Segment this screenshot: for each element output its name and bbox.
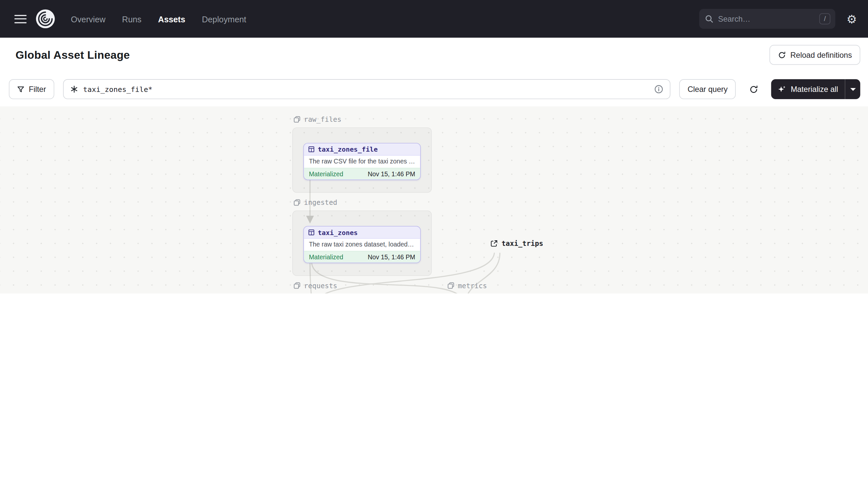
filter-button[interactable]: Filter (9, 79, 54, 99)
asset-status-bar: Materialized Nov 15, 1:46 PM (304, 251, 420, 262)
lineage-toolbar: Filter Clear query Materialize all (0, 72, 868, 106)
graph-query-icon (71, 85, 78, 93)
refresh-button[interactable] (745, 79, 762, 99)
search-icon (705, 14, 713, 23)
nav-item-assets[interactable]: Assets (158, 14, 185, 24)
app-window: Overview Runs Assets Deployment / ⚙ Glob… (0, 0, 868, 293)
top-navbar: Overview Runs Assets Deployment / ⚙ (0, 0, 868, 38)
external-link-icon (491, 240, 498, 247)
layers-icon (293, 282, 300, 289)
status-badge: Materialized (309, 171, 343, 177)
nav-item-deployment[interactable]: Deployment (202, 14, 246, 24)
clear-query-label: Clear query (688, 85, 728, 93)
reload-definitions-label: Reload definitions (790, 51, 852, 59)
lineage-canvas[interactable]: raw_files ingested requests metrics taxi… (0, 106, 868, 293)
lineage-edges (0, 106, 868, 293)
asset-query-input[interactable] (83, 85, 649, 93)
search-shortcut-badge: / (819, 14, 831, 24)
table-icon (308, 147, 315, 153)
status-badge: Materialized (309, 254, 343, 260)
external-asset-name: taxi_trips (501, 239, 543, 248)
group-label-metrics: metrics (447, 281, 487, 290)
table-icon (308, 229, 315, 236)
materialize-all-split-button: Materialize all (771, 79, 860, 99)
materialization-timestamp: Nov 15, 1:46 PM (368, 171, 415, 177)
main-nav: Overview Runs Assets Deployment (71, 14, 246, 24)
menu-icon[interactable] (14, 15, 26, 23)
materialize-all-button[interactable]: Materialize all (771, 79, 845, 99)
filter-label: Filter (29, 85, 46, 93)
clear-query-button[interactable]: Clear query (679, 79, 736, 99)
settings-gear-icon[interactable]: ⚙ (846, 13, 857, 24)
layers-icon (293, 116, 300, 123)
materialize-options-caret[interactable] (845, 79, 860, 99)
nav-item-overview[interactable]: Overview (71, 14, 105, 24)
filter-funnel-icon (17, 86, 24, 93)
reload-icon (777, 51, 786, 59)
asset-name: taxi_zones (318, 228, 358, 236)
query-info-icon[interactable] (654, 85, 663, 93)
nav-item-runs[interactable]: Runs (122, 14, 141, 24)
group-label-requests: requests (293, 281, 337, 290)
asset-description: The raw CSV file for the taxi zones dat… (304, 156, 420, 168)
layers-icon (293, 199, 300, 206)
external-asset-taxi_trips[interactable]: taxi_trips (491, 239, 543, 248)
global-search[interactable]: / (699, 9, 835, 29)
materialize-all-label: Materialize all (791, 85, 838, 93)
asset-name: taxi_zones_file (318, 146, 378, 153)
group-label-ingested: ingested (293, 198, 337, 206)
group-label-raw_files: raw_files (293, 115, 341, 123)
asset-node-taxi_zones_file[interactable]: taxi_zones_file The raw CSV file for the… (303, 143, 421, 180)
asset-description: The raw taxi zones dataset, loaded int… (304, 239, 420, 251)
search-input[interactable] (718, 14, 815, 23)
asset-status-bar: Materialized Nov 15, 1:46 PM (304, 168, 420, 179)
asset-query-field[interactable] (63, 79, 671, 99)
page-title: Global Asset Lineage (15, 49, 130, 62)
asset-node-taxi_zones[interactable]: taxi_zones The raw taxi zones dataset, l… (303, 226, 421, 263)
layers-icon (447, 282, 455, 289)
reload-definitions-button[interactable]: Reload definitions (769, 45, 860, 65)
sparkle-icon (778, 85, 786, 93)
dagster-logo-icon[interactable] (35, 9, 55, 29)
page-header: Global Asset Lineage Reload definitions (0, 38, 868, 72)
materialization-timestamp: Nov 15, 1:46 PM (368, 254, 415, 260)
chevron-down-icon (850, 88, 855, 90)
